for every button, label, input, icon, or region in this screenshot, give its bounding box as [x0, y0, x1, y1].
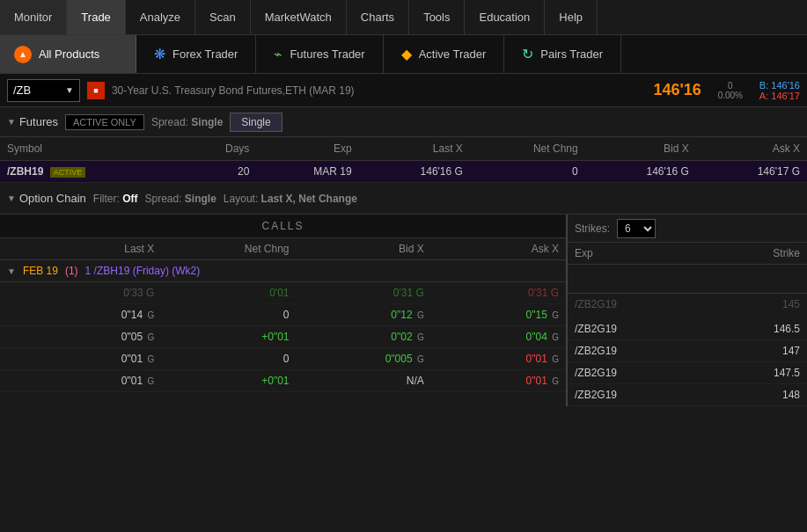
- futures-chevron-icon: ▼: [7, 117, 16, 127]
- futures-table: Symbol Days Exp Last X Net Chng Bid X As…: [0, 137, 807, 183]
- nav-education[interactable]: Education: [465, 0, 545, 34]
- strikes-select[interactable]: 6 10 20: [617, 219, 656, 238]
- futures-section-toggle[interactable]: ▼ Futures: [7, 115, 58, 128]
- option-bid-x-3: 0"005 G: [297, 348, 431, 369]
- strikes-label: Strikes:: [575, 222, 610, 235]
- expiry-group-row[interactable]: ▼ FEB 19 (1) 1 /ZBH19 (Friday) (Wk2): [0, 260, 566, 282]
- nav-tools[interactable]: Tools: [409, 0, 465, 34]
- strikes-val-partial: 145: [782, 298, 800, 313]
- strike-row-2[interactable]: /ZB2G19 147: [568, 340, 807, 362]
- strike-row-3[interactable]: /ZB2G19 147.5: [568, 362, 807, 384]
- exp-col-header: Exp: [575, 247, 593, 259]
- col-net-chng: Net Chng: [470, 137, 585, 161]
- calls-column-headers: Last X Net Chng Bid X Ask X: [0, 238, 566, 260]
- nav-marketwatch[interactable]: MarketWatch: [251, 0, 347, 34]
- ticker-action-button[interactable]: ■: [87, 82, 105, 99]
- active-trader-button[interactable]: ◆ Active Trader: [384, 35, 505, 73]
- strike-val-2: 147: [782, 345, 800, 357]
- col-exp: Exp: [256, 137, 358, 161]
- option-chain-toggle[interactable]: ▼ Option Chain: [7, 192, 86, 205]
- strikes-exp-partial: /ZB2G19: [575, 298, 617, 313]
- option-last-x-1: 0"14 G: [26, 304, 161, 325]
- ticker-symbol-input[interactable]: [13, 84, 62, 97]
- option-bid-x-2: 0"02 G: [297, 326, 431, 347]
- strikes-section: Strikes: 6 10 20 Exp Strike /ZB2G19 145 …: [568, 215, 807, 406]
- calls-col-empty: [0, 238, 26, 259]
- active-only-filter[interactable]: ACTIVE ONLY: [65, 114, 144, 130]
- strike-exp-4: /ZB2G19: [575, 389, 617, 401]
- active-trader-icon: ◆: [401, 46, 412, 62]
- option-bid-x-4: N/A: [297, 370, 431, 391]
- calls-col-ask-x: Ask X: [431, 238, 566, 259]
- option-row-1[interactable]: 0"14 G 0 0"12 G 0"15 G: [0, 304, 566, 326]
- option-row-3[interactable]: 0"01 G 0 0"005 G 0"01 G: [0, 348, 566, 370]
- futures-label: Futures Trader: [290, 47, 364, 61]
- active-label: Active Trader: [419, 47, 487, 61]
- strike-exp-3: /ZB2G19: [575, 367, 617, 379]
- spread-label: Spread: Single: [151, 116, 223, 128]
- futures-title: Futures: [19, 115, 58, 128]
- nav-monitor[interactable]: Monitor: [0, 0, 67, 34]
- option-selector-3: [0, 354, 26, 363]
- ticker-ask-value: 146'17: [771, 91, 800, 101]
- option-ask-x-2: 0"04 G: [431, 326, 566, 347]
- option-chain-title: Option Chain: [19, 192, 86, 205]
- strike-exp-2: /ZB2G19: [575, 345, 617, 357]
- nav-scan[interactable]: Scan: [195, 0, 251, 34]
- col-bid-x: Bid X: [585, 137, 696, 161]
- option-last-x-2: 0"05 G: [26, 326, 161, 347]
- ticker-symbol-input-wrap[interactable]: ▼: [7, 79, 80, 102]
- option-row-partial[interactable]: 0'33 G 0'01 0'31 G 0'31 G: [0, 282, 566, 304]
- ticker-ask-label: A:: [759, 91, 771, 101]
- option-row-2[interactable]: 0"05 G +0"01 0"02 G 0"04 G: [0, 326, 566, 348]
- expiry-label: FEB 19: [23, 265, 58, 277]
- strike-val-4: 148: [782, 389, 800, 401]
- strike-val-3: 147.5: [774, 367, 800, 379]
- futures-icon: ⌁: [274, 46, 282, 62]
- futures-symbol: /ZBH19 ACTIVE: [0, 161, 181, 183]
- option-chain-chevron-icon: ▼: [7, 193, 16, 203]
- spread-value: Single: [191, 116, 223, 128]
- layout-value: Last X, Net Change: [261, 193, 357, 205]
- col-days: Days: [181, 137, 256, 161]
- ticker-change-pct: 0.00%: [718, 91, 743, 100]
- strikes-expiry-spacer: [568, 265, 807, 294]
- ticker-dropdown-arrow[interactable]: ▼: [65, 85, 74, 95]
- option-last-x-4: 0"01 G: [26, 370, 161, 391]
- strikes-control: Strikes: 6 10 20: [575, 219, 656, 238]
- top-navigation: Monitor Trade Analyze Scan MarketWatch C…: [0, 0, 807, 35]
- strikes-partial-row: /ZB2G19 145: [568, 294, 807, 318]
- option-bid-x-1: 0"12 G: [297, 304, 431, 325]
- futures-table-row[interactable]: /ZBH19 ACTIVE 20 MAR 19 146'16 G 0 146'1…: [0, 161, 807, 183]
- col-ask-x: Ask X: [696, 137, 807, 161]
- expiry-chevron-icon: ▼: [7, 266, 16, 276]
- strikes-column-headers: Exp Strike: [568, 243, 807, 265]
- all-products-icon: ▲: [14, 46, 32, 63]
- strike-row-4[interactable]: /ZB2G19 148: [568, 384, 807, 406]
- nav-analyze[interactable]: Analyze: [126, 0, 195, 34]
- option-net-chng-4: +0"01: [161, 370, 296, 391]
- option-selector-4: [0, 376, 26, 385]
- options-container: CALLS Last X Net Chng Bid X Ask X ▼ FEB …: [0, 215, 807, 406]
- option-net-chng-3: 0: [161, 348, 296, 369]
- nav-charts[interactable]: Charts: [347, 0, 409, 34]
- pairs-trader-button[interactable]: ↻ Pairs Trader: [504, 35, 621, 73]
- futures-bid-x: 146'16 G: [585, 161, 696, 183]
- expiry-description: 1 /ZBH19 (Friday) (Wk2): [85, 265, 201, 277]
- calls-col-last-x: Last X: [26, 238, 161, 259]
- strike-row-1[interactable]: /ZB2G19 146.5: [568, 318, 807, 340]
- spread-option-label: Spread: Single: [144, 193, 216, 205]
- option-ask-x-4: 0"01 G: [431, 370, 566, 391]
- all-products-button[interactable]: ▲ All Products: [0, 35, 136, 73]
- ticker-change: 0: [728, 81, 733, 91]
- pairs-icon: ↻: [522, 46, 533, 62]
- option-row-4[interactable]: 0"01 G +0"01 N/A 0"01 G: [0, 370, 566, 392]
- nav-trade[interactable]: Trade: [67, 0, 125, 34]
- futures-trader-button[interactable]: ⌁ Futures Trader: [256, 35, 383, 73]
- single-tab[interactable]: Single: [230, 113, 282, 132]
- layout-label: Layout: Last X, Net Change: [224, 193, 357, 205]
- forex-trader-button[interactable]: ❋ Forex Trader: [136, 35, 256, 73]
- ticker-bid-ask: B: 146'16 A: 146'17: [759, 80, 800, 101]
- col-symbol: Symbol: [0, 137, 181, 161]
- nav-help[interactable]: Help: [545, 0, 598, 34]
